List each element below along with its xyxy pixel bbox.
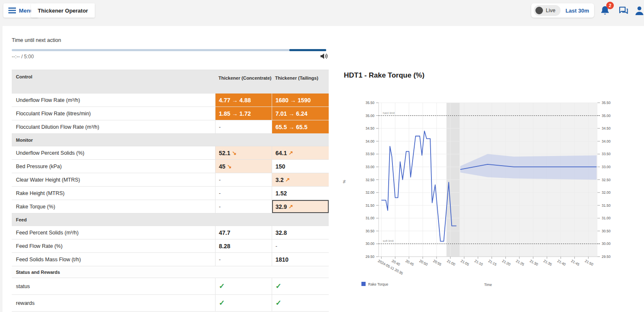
value-cell-concentrate[interactable]: - — [215, 187, 272, 200]
value-cell-concentrate[interactable]: 1.85 → 1.72 — [215, 107, 272, 120]
value-cell-concentrate[interactable]: ✓ — [215, 295, 272, 311]
x-tick-label: 21:15 — [488, 259, 498, 267]
value-cell-tailings[interactable]: 64.1↗ — [272, 146, 329, 159]
section-header-monitor: Monitor — [12, 134, 329, 146]
historical-line — [382, 131, 457, 241]
value-cell-concentrate[interactable]: 47.7 — [215, 226, 272, 239]
main-panel: Time until next action --:-- / 5:00 Cont… — [3, 26, 644, 312]
value-cell-tailings[interactable]: 32.9↗ — [272, 200, 329, 213]
y-tick-label: 34.50 — [602, 126, 611, 130]
row-label: Rake Height (MTRS) — [12, 187, 215, 200]
app-title: Thickener Operator — [38, 8, 88, 14]
row-label: Rake Torque (%) — [12, 200, 215, 213]
y-tick-label: 31.50 — [366, 203, 375, 208]
table-row: Underflow Flow Rate (m³/h)4.77 → 4.88168… — [12, 94, 329, 107]
x-tick-label: 21:25 — [515, 259, 525, 267]
row-label: Feed Flow Rate (%) — [12, 239, 215, 252]
y-tick-label: 30.50 — [366, 229, 375, 233]
value-cell-tailings[interactable]: - — [272, 239, 329, 252]
table-row: rewards✓✓ — [12, 295, 329, 312]
y-tick-label: 35.00 — [602, 114, 611, 118]
x-tick-label: 21:10 — [474, 259, 484, 267]
value-cell-concentrate[interactable]: - — [215, 173, 272, 186]
y-tick-label: 34.00 — [366, 139, 375, 143]
x-tick-label: 21:35 — [543, 259, 553, 267]
value-cell-concentrate[interactable]: 45↘ — [215, 160, 272, 173]
value-cell-concentrate[interactable]: 4.77 → 4.88 — [215, 94, 272, 107]
table-row: Flocculant Flow Rate (litres/min)1.85 → … — [12, 107, 329, 120]
value-cell-concentrate[interactable]: 52.1↘ — [215, 146, 272, 159]
x-tick-label: 21:45 — [570, 259, 580, 267]
app-title-tab[interactable]: Thickener Operator — [31, 3, 95, 18]
time-range-card: Live Last 30m — [531, 3, 594, 18]
live-toggle[interactable]: Live — [534, 5, 561, 16]
y-tick-label: 32.00 — [366, 190, 375, 195]
value-cell-concentrate[interactable]: - — [215, 200, 272, 213]
row-label: status — [12, 278, 215, 294]
check-icon: ✓ — [219, 299, 225, 307]
y-tick-label: 32.50 — [366, 178, 375, 182]
table-header-col-concentrate: Thickener (Concentrate) — [215, 70, 272, 93]
table-header-col-tailings: Thickener (Tailings) — [272, 70, 329, 93]
x-axis-title: Time — [484, 283, 492, 287]
row-label: Underflow Percent Solids (%) — [12, 146, 215, 159]
legend-label[interactable]: Rake Torque — [368, 282, 388, 286]
row-label: Bed Pressure (kPa) — [12, 160, 215, 173]
live-status-dot — [535, 7, 543, 14]
x-tick-label: 21:30 — [529, 259, 539, 267]
value-cell-tailings[interactable]: 150 — [272, 160, 329, 173]
trend-down-icon: ↘ — [227, 163, 232, 169]
y-tick-label: 31.00 — [366, 216, 375, 220]
legend-swatch[interactable] — [361, 282, 366, 286]
x-tick-label: 21:05 — [460, 259, 470, 267]
value-cell-concentrate[interactable]: ✓ — [215, 278, 272, 294]
row-label: Clear Water Height (MTRS) — [12, 173, 215, 186]
value-cell-tailings[interactable]: ✓ — [272, 295, 329, 311]
chat-button[interactable] — [618, 5, 630, 17]
trend-up-icon: ↗ — [288, 203, 293, 210]
value-cell-tailings[interactable]: 1680 → 1590 — [272, 94, 329, 107]
value-cell-tailings[interactable]: 7.01 → 6.24 — [272, 107, 329, 120]
timer-progress-bar — [12, 49, 326, 51]
value-cell-tailings[interactable]: 1810 — [272, 253, 329, 266]
y-tick-label: 34.00 — [602, 139, 611, 143]
x-tick-label: 21:00 — [446, 259, 456, 267]
trend-up-icon: ↗ — [288, 150, 293, 156]
value-cell-tailings[interactable]: 1.52 — [272, 187, 329, 200]
trend-up-icon: ↗ — [285, 177, 290, 183]
y-tick-label: 30.00 — [602, 242, 611, 246]
value-cell-tailings[interactable]: 65.5 → 65.5 — [272, 120, 329, 133]
value-cell-tailings[interactable]: 3.2↗ — [272, 173, 329, 186]
value-cell-concentrate[interactable]: 8.28 — [215, 239, 272, 252]
y-tick-label: 35.50 — [602, 101, 611, 105]
timer-label: Time until next action — [12, 37, 61, 43]
y-tick-label: 30.50 — [602, 229, 611, 233]
table-row: Underflow Percent Solids (%)52.1↘64.1↗ — [12, 146, 329, 160]
account-button[interactable] — [634, 5, 644, 17]
y-tick-label: 29.50 — [602, 255, 611, 259]
value-cell-tailings[interactable]: ✓ — [272, 278, 329, 294]
value-cell-concentrate[interactable]: - — [215, 253, 272, 266]
x-tick-label: 21:20 — [501, 259, 512, 267]
timer-progress-fill — [289, 49, 326, 51]
table-row: status✓✓ — [12, 278, 329, 295]
person-icon — [634, 5, 644, 16]
chat-icon — [618, 5, 629, 16]
y-tick-label: 31.00 — [602, 216, 611, 220]
timer-time: --:-- / 5:00 — [12, 54, 34, 60]
notifications-button[interactable]: 2 — [600, 5, 611, 17]
table-row: Rake Height (MTRS)-1.52 — [12, 187, 329, 200]
table-row: Feed Flow Rate (%)8.28- — [12, 239, 329, 253]
row-label: rewards — [12, 295, 215, 311]
live-label: Live — [546, 8, 556, 13]
table-row: Rake Torque (%)-32.9↗ — [12, 200, 329, 213]
y-tick-label: 34.50 — [366, 126, 375, 130]
speaker-icon — [320, 52, 328, 60]
chart-title: HDT1 - Rake Torque (%) — [344, 71, 424, 80]
value-cell-concentrate[interactable]: - — [215, 120, 272, 133]
row-label: Flocculant Flow Rate (litres/min) — [12, 107, 215, 120]
range-selector[interactable]: Last 30m — [566, 8, 589, 14]
value-cell-tailings[interactable]: 32.8 — [272, 226, 329, 239]
volume-button[interactable] — [320, 52, 328, 60]
y-tick-label: 32.00 — [602, 190, 611, 195]
